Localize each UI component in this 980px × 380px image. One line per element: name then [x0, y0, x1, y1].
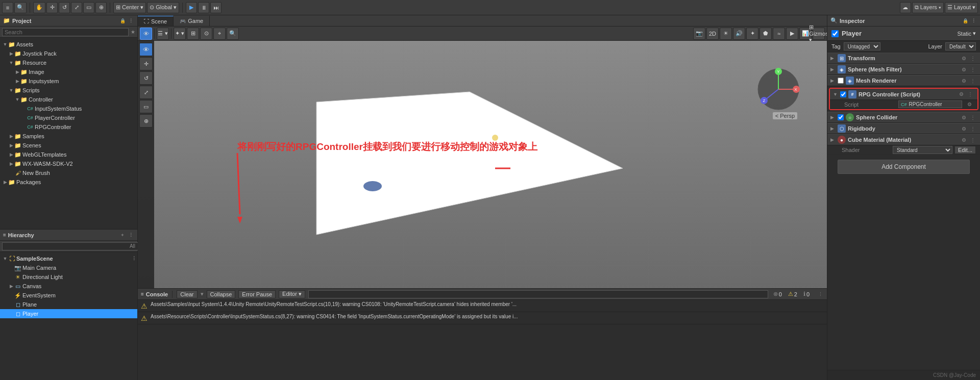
collab-btn[interactable]: ☁	[900, 2, 911, 13]
tool-move[interactable]: ✛	[139, 57, 153, 70]
scene-effects-btn[interactable]: ✦ ▾	[174, 28, 186, 40]
comp-more-btn[interactable]: ⋮	[969, 77, 977, 85]
scene-snap-btn[interactable]: ⌖	[213, 28, 226, 40]
tree-item-samplescene[interactable]: ▼ ⛶ SampleScene ⋮	[0, 254, 137, 263]
transform-tool[interactable]: ⊕	[95, 2, 107, 13]
tree-item-player[interactable]: ◻ Player	[0, 309, 137, 318]
tree-item-inputsystemstatus[interactable]: C# InputSystemStatus	[0, 104, 137, 113]
mesh-renderer-checkbox[interactable]	[838, 78, 844, 84]
tree-item-controller[interactable]: ▼ 📁 Controller	[0, 95, 137, 104]
project-search-input[interactable]	[2, 28, 129, 36]
tree-item-playercontroller[interactable]: C# PlayerController	[0, 113, 137, 122]
component-rpg-controller[interactable]: ▼ # RPG Controller (Script) ⚙ ⋮	[830, 89, 977, 100]
layout-btn[interactable]: ☰ Layout ▾	[945, 2, 978, 13]
scene-view-btn[interactable]: 👁	[140, 28, 152, 40]
scene-lighting-btn[interactable]: ☀	[720, 28, 732, 40]
hierarchy-add-btn[interactable]: +	[119, 232, 126, 239]
component-transform[interactable]: ▶ ⊞ Transform ⚙ ⋮	[827, 53, 980, 64]
comp-more-btn[interactable]: ⋮	[969, 124, 977, 133]
component-mesh-filter[interactable]: ▶ ◈ Sphere (Mesh Filter) ⚙ ⋮	[827, 64, 980, 75]
scene-2d-btn[interactable]: 2D	[706, 28, 719, 40]
tree-item-resource[interactable]: ▼ 📁 Resource	[0, 58, 137, 67]
static-dropdown[interactable]: ▾	[973, 30, 976, 37]
tool-rect[interactable]: ▭	[139, 100, 153, 113]
clear-dropdown[interactable]: ▾	[201, 291, 204, 297]
tree-item-directional-light[interactable]: ☀ Directional Light	[0, 272, 137, 282]
scene-menu-btn[interactable]: ⋮	[130, 255, 137, 262]
render-mode-btn[interactable]: ☰ ▾	[157, 28, 169, 40]
hand-tool[interactable]: ✋	[33, 2, 45, 13]
move-tool[interactable]: ✛	[46, 2, 58, 13]
search-btn[interactable]: 🔍	[14, 2, 27, 13]
scene-fog-btn[interactable]: ≈	[773, 28, 785, 40]
tree-item-eventsystem[interactable]: ⚡ EventSystem	[0, 291, 137, 300]
rotate-tool[interactable]: ↺	[59, 2, 70, 13]
tree-item-new-brush[interactable]: 🖌 New Brush	[0, 168, 137, 178]
menu-btn[interactable]: ≡	[2, 2, 13, 13]
comp-settings-btn[interactable]: ⚙	[960, 77, 968, 85]
tree-item-webgltemplates[interactable]: ▶ 📁 WebGLTemplates	[0, 150, 137, 159]
hierarchy-search-input[interactable]	[2, 242, 148, 250]
console-row-2[interactable]: ⚠ Assets\Resource\Scripts\Controller\Inp…	[138, 312, 827, 324]
project-menu-btn[interactable]: ⋮	[127, 17, 134, 24]
comp-more-btn[interactable]: ⋮	[969, 54, 977, 62]
rpg-controller-checkbox[interactable]	[840, 91, 846, 97]
layer-select[interactable]: Default	[945, 42, 976, 50]
comp-more-btn[interactable]: ⋮	[966, 90, 974, 98]
collapse-btn[interactable]: Collapse	[207, 290, 236, 298]
rect-tool[interactable]: ▭	[83, 2, 94, 13]
layers-btn[interactable]: ⧉ Layers ▾	[912, 2, 944, 13]
comp-settings-btn[interactable]: ⚙	[957, 90, 965, 98]
tree-item-plane[interactable]: ◻ Plane	[0, 300, 137, 309]
inspector-lock-btn[interactable]: 🔒	[962, 17, 969, 24]
sphere-collider-checkbox[interactable]	[838, 114, 844, 120]
object-name-input[interactable]	[842, 30, 954, 37]
scene-grid-btn[interactable]: ⊞	[187, 28, 199, 40]
console-search-input[interactable]	[308, 290, 768, 298]
global-btn[interactable]: ⊙ Global ▾	[147, 2, 179, 13]
scene-skybox-btn[interactable]: ⬟	[760, 28, 772, 40]
console-row-1[interactable]: ⚠ Assets\Samples\Input System\1.4.4\Unit…	[138, 300, 827, 312]
comp-settings-btn[interactable]: ⚙	[960, 65, 968, 73]
tree-item-scenes[interactable]: ▶ 📁 Scenes	[0, 141, 137, 150]
comp-more-btn[interactable]: ⋮	[969, 65, 977, 73]
tool-transform[interactable]: ⊕	[139, 114, 153, 128]
scene-fx-btn[interactable]: ✦	[746, 28, 758, 40]
pivot-btn[interactable]: ⊞ Center ▾	[113, 2, 146, 13]
component-cube-material[interactable]: ▶ ● Cube Material (Material) ⚙ ⋮	[827, 134, 980, 145]
script-settings-btn[interactable]: ⚙	[965, 100, 973, 109]
tree-item-joystick-pack[interactable]: ▶ 📁 Joystick Pack	[0, 49, 137, 58]
editor-btn[interactable]: Editor ▾	[279, 290, 305, 298]
tree-item-canvas[interactable]: ▶ ▭ Canvas	[0, 282, 137, 291]
tree-item-wx-wasm[interactable]: ▶ 📁 WX-WASM-SDK-V2	[0, 159, 137, 168]
tree-item-samples[interactable]: ▶ 📁 Samples	[0, 132, 137, 141]
comp-settings-btn[interactable]: ⚙	[960, 136, 968, 144]
tree-item-packages[interactable]: ▶ 📁 Packages	[0, 178, 137, 187]
pause-btn[interactable]: ⏸	[198, 2, 209, 13]
tree-item-image[interactable]: ▶ 📁 Image	[0, 67, 137, 77]
play-btn[interactable]: ▶	[186, 2, 197, 13]
comp-settings-btn[interactable]: ⚙	[960, 124, 968, 133]
tool-eye[interactable]: 👁	[139, 43, 153, 56]
scene-anim-btn[interactable]: ▶	[786, 28, 798, 40]
error-pause-btn[interactable]: Error Pause	[238, 290, 276, 298]
tab-game[interactable]: 🎮 Game	[174, 16, 210, 26]
add-component-btn[interactable]: Add Component	[838, 160, 970, 174]
comp-settings-btn[interactable]: ⚙	[960, 113, 968, 121]
inspector-menu-btn[interactable]: ⋮	[970, 17, 977, 24]
tab-scene[interactable]: ⛶ Scene	[138, 16, 174, 26]
shader-select[interactable]: Standard	[893, 146, 952, 154]
favorites-btn[interactable]: ★	[131, 29, 135, 35]
tool-scale[interactable]: ⤢	[139, 86, 153, 99]
tree-item-inputsystem[interactable]: ▶ 📁 Inputsystem	[0, 77, 137, 86]
tree-item-main-camera[interactable]: 📷 Main Camera	[0, 263, 137, 272]
tree-item-rpgcontroller[interactable]: C# RPGController	[0, 122, 137, 132]
object-active-checkbox[interactable]	[831, 30, 839, 37]
tree-item-assets[interactable]: ▼ 📁 Assets	[0, 40, 137, 49]
component-sphere-collider[interactable]: ▶ ○ Sphere Collider ⚙ ⋮	[827, 112, 980, 123]
tree-item-scripts[interactable]: ▼ 📁 Scripts	[0, 86, 137, 95]
shader-edit-btn[interactable]: Edit...	[954, 146, 976, 154]
scene-gizmos-btn[interactable]: ⊞ Gizmos ▾	[813, 28, 825, 40]
scale-tool[interactable]: ⤢	[71, 2, 82, 13]
scene-audio-btn[interactable]: 🔊	[733, 28, 745, 40]
